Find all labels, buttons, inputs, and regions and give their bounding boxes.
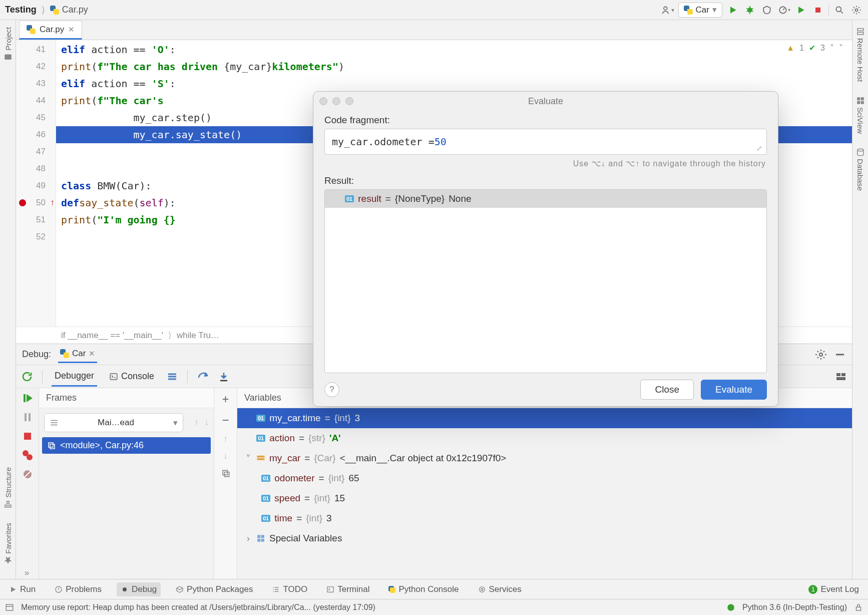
run-config-selector[interactable]: Car ▾ — [678, 3, 722, 18]
favorites-tool-button[interactable]: Favorites — [4, 519, 13, 569]
run-tab[interactable]: Run — [5, 582, 40, 596]
tool-window-toggle-icon[interactable] — [5, 603, 14, 612]
warning-icon[interactable]: ▲ — [786, 44, 794, 53]
debug-tab[interactable]: Debug — [117, 582, 161, 596]
inspection-badges[interactable]: ▲1 ✔3 ˄ ˅ — [786, 43, 843, 53]
interpreter-icon[interactable] — [726, 603, 735, 612]
window-zoom-icon[interactable] — [345, 97, 353, 105]
settings-gear-icon[interactable] — [850, 4, 863, 17]
expand-input-icon[interactable]: ⤢ — [756, 144, 762, 152]
frames-panel: Frames Mai…ead ▾ ↑ ↓ <module>, Car.py:46 — [39, 388, 214, 579]
dialog-titlebar[interactable]: Evaluate — [313, 92, 778, 111]
ok-check-icon[interactable]: ✔ — [809, 43, 815, 53]
window-minimize-icon[interactable] — [332, 97, 340, 105]
remove-watch-icon[interactable]: − — [222, 413, 229, 427]
terminal-tab[interactable]: Terminal — [322, 582, 373, 596]
close-icon[interactable]: ✕ — [89, 349, 95, 358]
stack-frame[interactable]: <module>, Car.py:46 — [42, 437, 211, 454]
mute-breakpoints-icon[interactable] — [22, 468, 34, 480]
help-button[interactable]: ? — [324, 382, 339, 397]
interpreter-label[interactable]: Python 3.6 (In-Depth-Testing) — [742, 603, 847, 612]
variable-row[interactable]: 01 speed = {int} 15 — [237, 488, 852, 508]
structure-tool-button[interactable]: Structure — [4, 463, 13, 513]
database-tool-button[interactable]: Database — [856, 144, 865, 195]
next-frame-icon[interactable]: ↓ — [205, 418, 214, 428]
python-console-tab[interactable]: Python Console — [384, 582, 463, 596]
editor-tab-car[interactable]: Car.py ✕ — [19, 21, 82, 40]
services-tab[interactable]: Services — [474, 582, 526, 596]
close-tab-icon[interactable]: ✕ — [68, 25, 75, 34]
close-button[interactable]: Close — [640, 380, 694, 400]
code-fragment-input[interactable]: my_car.odometer = 50 ⤢ — [324, 129, 767, 155]
svg-point-42 — [481, 588, 483, 590]
prev-highlight-icon[interactable]: ˄ — [830, 43, 834, 53]
result-box[interactable]: 01 result = {NoneType} None — [324, 189, 767, 373]
step-over-icon[interactable] — [197, 371, 209, 383]
gutter[interactable]: 41 42 43 44 45 46 47 48 49 50 51 52 — [16, 40, 56, 327]
up-icon[interactable]: ↑ — [223, 434, 228, 444]
history-hint: Use ⌥↓ and ⌥↑ to navigate through the hi… — [324, 159, 766, 168]
more-icon[interactable]: » — [22, 567, 34, 579]
copy-icon[interactable] — [221, 468, 231, 481]
variable-row[interactable]: 01 odometer = {int} 65 — [237, 468, 852, 488]
variable-row[interactable]: ˅ my_car = {Car} <__main__.Car object at… — [237, 448, 852, 468]
vars-controls-strip: + − ↑ ↓ — [214, 388, 237, 579]
expand-icon[interactable]: › — [244, 533, 252, 544]
more-run-icon[interactable] — [794, 4, 807, 17]
hide-panel-icon[interactable] — [834, 349, 846, 361]
crumb-2[interactable]: while Tru… — [177, 331, 219, 341]
add-watch-icon[interactable]: + — [222, 392, 229, 406]
next-highlight-icon[interactable]: ˅ — [839, 43, 843, 53]
svg-rect-11 — [110, 374, 117, 380]
project-tool-button[interactable]: Project — [4, 23, 13, 66]
result-row[interactable]: 01 result = {NoneType} None — [325, 190, 766, 208]
sciview-tool-button[interactable]: SciView — [856, 92, 865, 138]
run-button[interactable] — [726, 4, 739, 17]
thread-selector[interactable]: Mai…ead ▾ — [44, 413, 183, 432]
svg-rect-23 — [50, 444, 55, 449]
svg-point-43 — [479, 586, 485, 592]
debug-button[interactable] — [743, 4, 756, 17]
python-icon — [60, 349, 69, 358]
pause-icon[interactable] — [22, 411, 34, 423]
debug-settings-gear-icon[interactable] — [815, 349, 827, 361]
profile-button[interactable]: ▾ — [777, 4, 790, 17]
stop-icon[interactable] — [22, 430, 34, 442]
stop-button[interactable] — [811, 4, 824, 17]
down-icon[interactable]: ↓ — [223, 451, 228, 461]
svg-rect-34 — [857, 97, 860, 100]
evaluate-button[interactable]: Evaluate — [701, 380, 767, 400]
debugger-tab[interactable]: Debugger — [52, 367, 97, 387]
search-icon[interactable] — [833, 4, 846, 17]
remote-host-tool-button[interactable]: Remote Host — [856, 23, 865, 86]
expand-icon[interactable]: ˅ — [244, 453, 252, 464]
packages-tab[interactable]: Python Packages — [172, 582, 257, 596]
status-message[interactable]: Memory use report: Heap dump has been cr… — [21, 603, 375, 612]
breadcrumb[interactable]: Testing Car.py — [5, 5, 88, 16]
rerun-icon[interactable] — [21, 371, 33, 383]
view-breakpoints-icon[interactable] — [22, 449, 34, 461]
debug-session-tab[interactable]: Car ✕ — [58, 346, 97, 363]
thread-dump-icon[interactable] — [166, 371, 178, 383]
todo-tab[interactable]: TODO — [268, 582, 311, 596]
variable-row[interactable]: 01 action = {str} 'A' — [237, 428, 852, 448]
layout-settings-icon[interactable] — [835, 371, 847, 383]
variable-row[interactable]: › Special Variables — [237, 528, 852, 548]
window-close-icon[interactable] — [319, 97, 327, 105]
crumb-1[interactable]: if __name__ == '__main__' — [61, 331, 163, 341]
breadcrumb-project[interactable]: Testing — [5, 5, 37, 15]
vcs-user-icon[interactable]: ▾ — [661, 4, 674, 17]
object-icon — [256, 455, 265, 462]
coverage-button[interactable] — [760, 4, 773, 17]
resume-icon[interactable] — [22, 392, 34, 404]
breadcrumb-file[interactable]: Car.py — [62, 5, 88, 15]
variable-row[interactable]: 01 time = {int} 3 — [237, 508, 852, 528]
svg-rect-33 — [857, 33, 863, 35]
console-tab[interactable]: Console — [106, 367, 157, 386]
problems-tab[interactable]: Problems — [51, 582, 106, 596]
event-log-tab[interactable]: 1Event Log — [804, 582, 863, 596]
prev-frame-icon[interactable]: ↑ — [191, 418, 202, 428]
watch-row[interactable]: 01 my_car.time = {int} 3 — [237, 408, 852, 428]
step-into-icon[interactable] — [218, 371, 230, 383]
lock-icon[interactable] — [854, 603, 863, 612]
